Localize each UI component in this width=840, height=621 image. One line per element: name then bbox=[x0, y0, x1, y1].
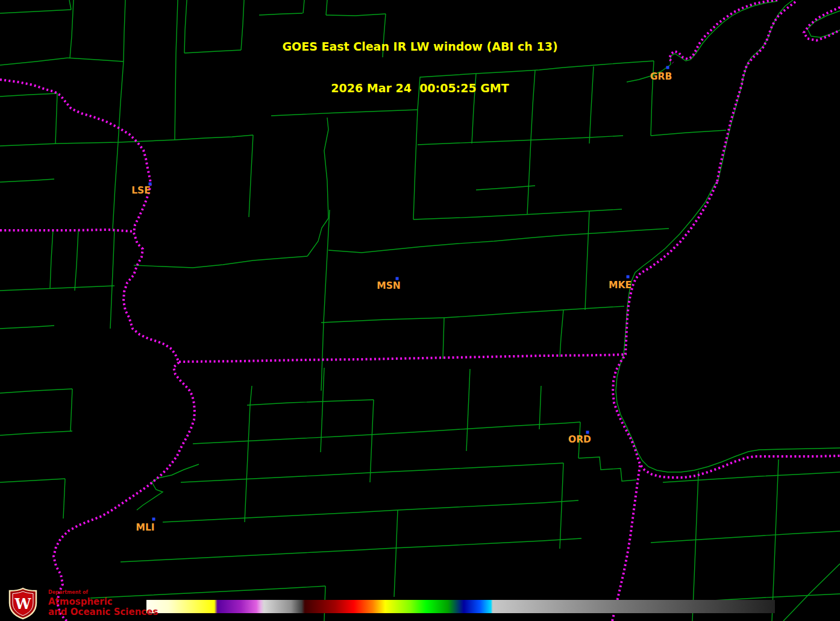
county-line bbox=[539, 386, 541, 429]
county-line bbox=[134, 256, 307, 268]
logo-dept-line: Department of bbox=[48, 590, 158, 595]
county-line bbox=[0, 93, 57, 96]
county-line bbox=[370, 423, 563, 435]
county-line bbox=[70, 0, 74, 58]
county-line bbox=[0, 140, 175, 146]
city-label-mke: MKE bbox=[609, 280, 632, 291]
city-marker-msn bbox=[396, 277, 399, 280]
county-line bbox=[0, 431, 72, 435]
county-line bbox=[181, 473, 370, 482]
county-line bbox=[137, 464, 199, 510]
county-line bbox=[321, 318, 444, 323]
city-markers-layer: GRBLSEMSNMKEORDMLI bbox=[131, 66, 672, 534]
county-line bbox=[184, 50, 241, 53]
county-line bbox=[121, 548, 394, 562]
county-line bbox=[560, 310, 563, 357]
uw-crest-icon: W bbox=[4, 587, 42, 620]
county-line bbox=[69, 0, 71, 10]
city-label-ord: ORD bbox=[568, 434, 591, 445]
county-line bbox=[0, 179, 54, 182]
city-marker-mke bbox=[627, 276, 630, 279]
logo-name-line-2: and Oceanic Sciences bbox=[48, 607, 158, 617]
county-line bbox=[0, 58, 67, 65]
state-border-dotted bbox=[0, 80, 195, 621]
county-line bbox=[418, 136, 623, 145]
county-line bbox=[560, 463, 563, 549]
county-line bbox=[307, 218, 328, 256]
county-line bbox=[55, 93, 57, 143]
county-line bbox=[247, 400, 374, 405]
county-line bbox=[0, 479, 65, 482]
city-marker-grb bbox=[666, 66, 669, 69]
county-line bbox=[112, 229, 114, 286]
state-border-dotted bbox=[612, 465, 640, 621]
county-line bbox=[303, 0, 304, 13]
county-line bbox=[241, 0, 244, 50]
city-marker-ord bbox=[586, 431, 589, 434]
county-line bbox=[50, 229, 53, 288]
title-line-2: 2026 Mar 24 00:05:25 GMT bbox=[282, 81, 557, 95]
city-label-grb: GRB bbox=[650, 71, 672, 82]
logo-text: Department of Atmospheric and Oceanic Sc… bbox=[48, 590, 158, 617]
county-line bbox=[75, 230, 78, 291]
county-line bbox=[394, 510, 398, 597]
county-line bbox=[466, 369, 470, 451]
county-line bbox=[578, 457, 636, 481]
image-title: GOES East Clean IR LW window (ABI ch 13)… bbox=[282, 12, 557, 123]
satellite-image-viewer: GRBLSEMSNMKEORDMLI GOES East Clean IR LW… bbox=[0, 0, 840, 621]
county-line bbox=[589, 66, 594, 143]
county-line bbox=[245, 444, 248, 522]
county-line bbox=[184, 0, 187, 53]
county-line bbox=[0, 389, 72, 393]
county-line bbox=[0, 326, 54, 329]
county-line bbox=[444, 310, 563, 318]
county-line bbox=[370, 463, 563, 473]
county-line bbox=[651, 531, 840, 543]
county-line bbox=[563, 306, 624, 310]
county-line bbox=[443, 318, 444, 359]
county-line bbox=[563, 61, 654, 68]
county-line bbox=[193, 435, 370, 444]
county-line bbox=[413, 110, 418, 219]
county-line bbox=[321, 210, 330, 391]
city-label-msn: MSN bbox=[377, 280, 401, 291]
logo-name-line-1: Atmospheric bbox=[48, 597, 158, 607]
county-line bbox=[67, 58, 124, 61]
county-line bbox=[476, 186, 535, 190]
temperature-colorbar bbox=[146, 600, 775, 613]
county-line bbox=[248, 386, 252, 444]
county-line bbox=[0, 10, 71, 13]
state-border-dotted bbox=[179, 355, 624, 362]
title-line-1: GOES East Clean IR LW window (ABI ch 13) bbox=[282, 40, 557, 54]
county-line bbox=[110, 286, 112, 329]
state-border-dotted bbox=[0, 230, 134, 232]
county-line bbox=[324, 118, 328, 218]
county-line bbox=[113, 142, 118, 229]
county-line bbox=[175, 135, 253, 140]
county-line bbox=[651, 130, 726, 136]
county-line bbox=[783, 564, 840, 621]
shoreline bbox=[670, 54, 694, 65]
county-line bbox=[394, 538, 581, 548]
city-label-mli: MLI bbox=[136, 522, 154, 533]
county-line bbox=[0, 286, 114, 291]
county-line bbox=[585, 211, 589, 310]
county-line bbox=[163, 510, 398, 522]
county-line bbox=[175, 0, 178, 140]
county-line bbox=[398, 500, 578, 510]
county-line bbox=[321, 368, 324, 452]
county-line bbox=[71, 389, 72, 431]
county-line bbox=[413, 209, 622, 219]
city-marker-mli bbox=[152, 518, 155, 521]
county-line bbox=[563, 422, 580, 423]
county-line bbox=[563, 229, 669, 235]
county-line bbox=[249, 135, 253, 217]
county-line bbox=[370, 400, 374, 482]
county-line bbox=[124, 0, 125, 61]
crest-w-letter: W bbox=[14, 595, 32, 613]
county-line bbox=[527, 140, 531, 214]
county-line bbox=[328, 235, 563, 253]
city-label-lse: LSE bbox=[131, 185, 151, 196]
uw-aos-logo: W Department of Atmospheric and Oceanic … bbox=[4, 587, 158, 620]
county-line bbox=[63, 479, 65, 519]
